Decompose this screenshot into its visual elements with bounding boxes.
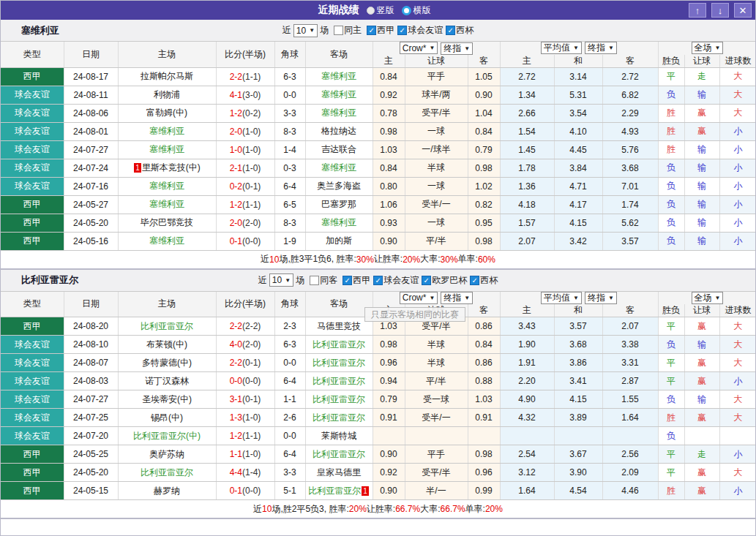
away-team-cell[interactable]: 比利亚雷亚尔1 [305, 482, 373, 500]
checkbox-icon[interactable] [310, 276, 319, 285]
away-team-cell[interactable]: 皇家马德里 [305, 464, 373, 482]
team-name[interactable]: 塞维利亚 [321, 162, 356, 173]
home-team-cell[interactable]: 赫罗纳 [118, 482, 216, 500]
team-name[interactable]: 圣埃蒂安(中) [142, 394, 192, 404]
scroll-up-button[interactable]: ↑ [689, 3, 706, 18]
team-name[interactable]: 塞维利亚 [321, 107, 356, 118]
team-name[interactable]: 吉达联合 [321, 144, 356, 154]
team-name[interactable]: 比利亚雷亚尔(中) [133, 431, 201, 441]
home-team-cell[interactable]: 塞维利亚 [118, 140, 216, 159]
away-team-cell[interactable]: 比利亚雷亚尔 [305, 336, 373, 354]
team-name[interactable]: 富勒姆(中) [146, 107, 187, 118]
league-filter[interactable]: ✓西甲 [367, 24, 394, 37]
radio-icon[interactable] [367, 7, 375, 15]
home-team-cell[interactable]: 诺丁汉森林 [118, 372, 216, 390]
layout-radio-horizontal[interactable]: 横版 [402, 4, 431, 17]
league-filter[interactable]: ✓欧罗巴杯 [422, 274, 467, 287]
home-team-cell[interactable]: 比利亚雷亚尔 [118, 464, 216, 482]
home-team-cell[interactable]: 比利亚雷亚尔(中) [118, 427, 216, 445]
home-team-cell[interactable]: 毕尔巴鄂竞技 [118, 214, 216, 232]
team-name[interactable]: 里斯本竞技(中) [142, 162, 201, 173]
team-name[interactable]: 诺丁汉森林 [145, 376, 189, 386]
odds-time-select2[interactable]: 终指▼ [585, 42, 617, 54]
same-venue-filter[interactable]: 同主 [334, 24, 362, 37]
team-name[interactable]: 马德里竞技 [317, 321, 361, 331]
team-name[interactable]: 比利亚雷亚尔 [312, 376, 365, 386]
home-team-cell[interactable]: 塞维利亚 [118, 177, 216, 195]
team-name[interactable]: 拉斯帕尔马斯 [141, 71, 193, 81]
away-team-cell[interactable]: 塞维利亚 [305, 104, 373, 122]
checkbox-checked-icon[interactable]: ✓ [422, 276, 431, 285]
checkbox-checked-icon[interactable]: ✓ [470, 276, 479, 285]
home-team-cell[interactable]: 拉斯帕尔马斯 [118, 67, 216, 86]
away-team-cell[interactable]: 加的斯 [305, 232, 373, 250]
team-name[interactable]: 塞维利亚 [149, 144, 184, 154]
team-name[interactable]: 加的斯 [326, 235, 352, 246]
home-team-cell[interactable]: 锡昂(中) [118, 409, 216, 427]
away-team-cell[interactable]: 塞维利亚 [305, 214, 373, 232]
team-name[interactable]: 比利亚雷亚尔 [312, 339, 365, 350]
away-team-cell[interactable]: 比利亚雷亚尔 [305, 354, 373, 372]
checkbox-icon[interactable] [334, 26, 343, 35]
team-name[interactable]: 比利亚雷亚尔 [312, 394, 365, 404]
away-team-cell[interactable]: 马德里竞技 [305, 317, 373, 336]
match-count-select[interactable]: 10 ▼ [269, 273, 293, 287]
league-filter[interactable]: ✓球会友谊 [373, 274, 419, 287]
team-name[interactable]: 塞维利亚 [149, 126, 184, 136]
team-name[interactable]: 巴塞罗那 [321, 199, 356, 209]
league-filter[interactable]: ✓球会友谊 [397, 24, 443, 37]
team-name[interactable]: 皇家马德里 [317, 467, 361, 478]
close-button[interactable]: ✕ [734, 3, 752, 18]
away-team-cell[interactable]: 比利亚雷亚尔 [305, 372, 373, 390]
home-team-cell[interactable]: 塞维利亚 [118, 195, 216, 214]
checkbox-checked-icon[interactable]: ✓ [446, 26, 455, 35]
away-team-cell[interactable]: 比利亚雷亚尔 [305, 390, 373, 409]
away-team-cell[interactable]: 比利亚雷亚尔 [305, 445, 373, 464]
team-name[interactable]: 多特蒙德(中) [142, 358, 192, 368]
league-filter[interactable]: ✓西杯 [470, 274, 498, 287]
home-team-cell[interactable]: 多特蒙德(中) [118, 354, 216, 372]
home-team-cell[interactable]: 塞维利亚 [118, 232, 216, 250]
away-team-cell[interactable]: 奥兰多海盗 [305, 177, 373, 195]
team-name[interactable]: 塞维利亚 [149, 199, 184, 209]
away-team-cell[interactable]: 莱斯特城 [305, 427, 373, 445]
team-name[interactable]: 利物浦 [154, 89, 180, 99]
team-name[interactable]: 莱斯特城 [321, 431, 356, 441]
home-team-cell[interactable]: 1里斯本竞技(中) [118, 159, 216, 177]
home-team-cell[interactable]: 奥萨苏纳 [118, 445, 216, 464]
home-team-cell[interactable]: 塞维利亚 [118, 122, 216, 140]
away-team-cell[interactable]: 巴塞罗那 [305, 195, 373, 214]
bookmaker-select[interactable]: Crow*▼ [400, 292, 438, 304]
same-venue-filter[interactable]: 同客 [310, 274, 337, 287]
home-team-cell[interactable]: 比利亚雷亚尔 [118, 317, 216, 336]
team-name[interactable]: 锡昂(中) [151, 412, 183, 423]
average-select[interactable]: 平均值▼ [541, 292, 582, 304]
away-team-cell[interactable]: 塞维利亚 [305, 67, 373, 86]
team-name[interactable]: 塞维利亚 [149, 181, 184, 191]
team-name[interactable]: 塞维利亚 [149, 235, 184, 246]
period-select[interactable]: 全场▼ [692, 42, 724, 54]
team-name[interactable]: 赫罗纳 [154, 486, 180, 496]
odds-time-select[interactable]: 终指▼ [441, 42, 473, 55]
home-team-cell[interactable]: 富勒姆(中) [118, 104, 216, 122]
average-select[interactable]: 平均值▼ [541, 42, 582, 54]
league-filter[interactable]: ✓西甲 [343, 274, 370, 287]
odds-time-select[interactable]: 终指▼ [441, 292, 473, 304]
checkbox-checked-icon[interactable]: ✓ [343, 276, 352, 285]
team-name[interactable]: 布莱顿(中) [146, 339, 187, 350]
team-name[interactable]: 毕尔巴鄂竞技 [141, 217, 193, 227]
team-name[interactable]: 格拉纳达 [321, 126, 356, 136]
checkbox-checked-icon[interactable]: ✓ [397, 26, 407, 35]
team-name[interactable]: 比利亚雷亚尔 [141, 467, 193, 478]
home-team-cell[interactable]: 布莱顿(中) [118, 336, 216, 354]
team-name[interactable]: 塞维利亚 [321, 89, 356, 99]
period-select[interactable]: 全场▼ [692, 292, 724, 304]
match-count-select[interactable]: 10 ▼ [293, 24, 318, 37]
team-name[interactable]: 比利亚雷亚尔 [312, 449, 365, 459]
away-team-cell[interactable]: 塞维利亚 [305, 86, 373, 104]
home-team-cell[interactable]: 利物浦 [118, 86, 216, 104]
team-name[interactable]: 比利亚雷亚尔 [312, 358, 365, 368]
away-team-cell[interactable]: 格拉纳达 [305, 122, 373, 140]
team-name[interactable]: 比利亚雷亚尔 [308, 486, 361, 496]
radio-icon[interactable] [402, 6, 411, 15]
